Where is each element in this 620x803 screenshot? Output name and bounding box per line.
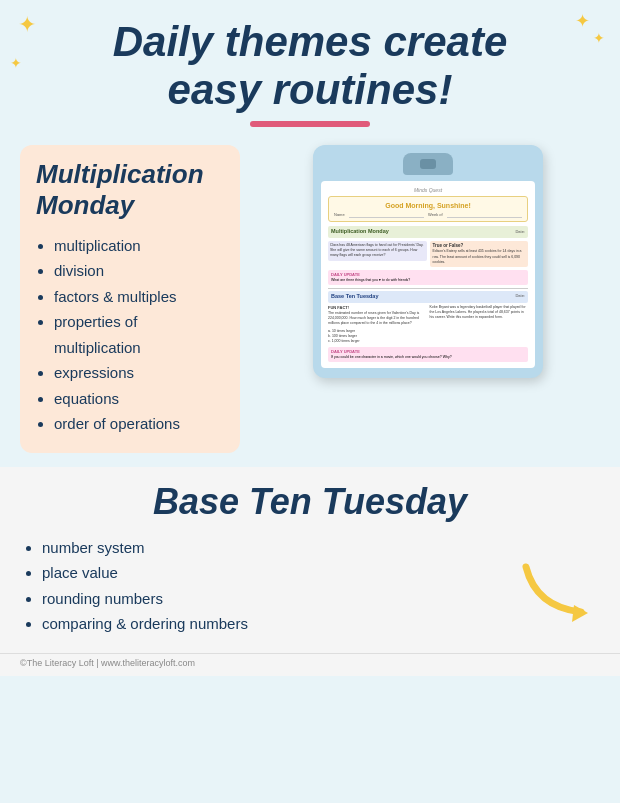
title-underline — [250, 121, 370, 127]
ws-base-body: FUN FACT! The estimated number of roses … — [328, 305, 528, 345]
main-content-area: Multiplication Monday multiplication div… — [0, 135, 620, 463]
ws-name-label: Name — [334, 212, 345, 218]
list-item: place value — [42, 560, 506, 586]
clipboard: Minds Quest Good Morning, Sunshine! Name… — [313, 145, 543, 378]
clipboard-clip — [403, 153, 453, 175]
ws-mult-section: Multiplication Monday Date: — [328, 226, 528, 238]
ws-base-ten-title: Base Ten Tuesday — [331, 293, 378, 301]
ws-mult-left: Clara has 48 American flags to hand out … — [328, 241, 427, 268]
ws-base-ten-section: Base Ten Tuesday Date: — [328, 291, 528, 303]
worksheet: Minds Quest Good Morning, Sunshine! Name… — [321, 181, 535, 368]
main-title: Daily themes create easy routines! — [30, 18, 590, 115]
header-section: ✦ ✦ ✦ ✦ Daily themes create easy routine… — [0, 0, 620, 135]
base-ten-list-area: number system place value rounding numbe… — [24, 535, 506, 637]
ws-mult-body: Clara has 48 American flags to hand out … — [328, 241, 528, 268]
svg-marker-0 — [572, 605, 588, 622]
list-item: factors & multiples — [54, 284, 224, 310]
ws-morning-title: Good Morning, Sunshine! — [334, 201, 522, 211]
multiplication-list: multiplication division factors & multip… — [36, 233, 224, 437]
ws-base-date: Date: — [515, 293, 525, 301]
multiplication-monday-panel: Multiplication Monday multiplication div… — [20, 145, 240, 453]
brand-label: Minds Quest — [328, 187, 528, 194]
list-item: comparing & ordering numbers — [42, 611, 506, 637]
list-item: division — [54, 258, 224, 284]
page: ✦ ✦ ✦ ✦ Daily themes create easy routine… — [0, 0, 620, 803]
ws-base-left: FUN FACT! The estimated number of roses … — [328, 305, 427, 345]
ws-true-false-label: True or False? — [433, 243, 526, 250]
list-item: properties of multiplication — [54, 309, 224, 360]
ws-header: Good Morning, Sunshine! Name Week of — [328, 196, 528, 222]
list-item: rounding numbers — [42, 586, 506, 612]
ws-date: Date: — [515, 229, 525, 235]
list-item: expressions — [54, 360, 224, 386]
sparkle-icon-tl: ✦ — [18, 12, 36, 38]
bottom-content: number system place value rounding numbe… — [24, 535, 596, 637]
ws-base-right: Kobe Bryant was a legendary basketball p… — [430, 305, 529, 345]
list-item: order of operations — [54, 411, 224, 437]
base-ten-tuesday-section: Base Ten Tuesday number system place val… — [0, 467, 620, 653]
ws-mult-title: Multiplication Monday — [331, 228, 389, 236]
ws-true-false: True or False? Edison's Eatery sells at … — [430, 241, 529, 268]
worksheet-panel: Minds Quest Good Morning, Sunshine! Name… — [256, 145, 600, 378]
ws-daily-1: DAILY UPDATE What are three things that … — [328, 270, 528, 284]
arrow-icon — [516, 557, 596, 627]
list-item: equations — [54, 386, 224, 412]
list-item: number system — [42, 535, 506, 561]
sparkle-icon-tr: ✦ — [575, 10, 590, 32]
sparkle-icon-tl2: ✦ — [10, 55, 22, 71]
base-ten-tuesday-title: Base Ten Tuesday — [24, 481, 596, 523]
ws-name-row: Name Week of — [334, 212, 522, 218]
list-item: multiplication — [54, 233, 224, 259]
ws-daily-2: DAILY UPDATE If you could be one charact… — [328, 347, 528, 361]
base-ten-list: number system place value rounding numbe… — [24, 535, 506, 637]
ws-divider-1 — [328, 288, 528, 289]
footer-text: ©The Literacy Loft | www.theliteracyloft… — [20, 658, 195, 668]
footer: ©The Literacy Loft | www.theliteracyloft… — [0, 653, 620, 676]
arrow-decoration — [506, 557, 596, 637]
ws-week-label: Week of — [428, 212, 443, 218]
ws-mult-right: True or False? Edison's Eatery sells at … — [430, 241, 529, 268]
multiplication-monday-title: Multiplication Monday — [36, 159, 224, 221]
sparkle-icon-tr2: ✦ — [593, 30, 605, 46]
